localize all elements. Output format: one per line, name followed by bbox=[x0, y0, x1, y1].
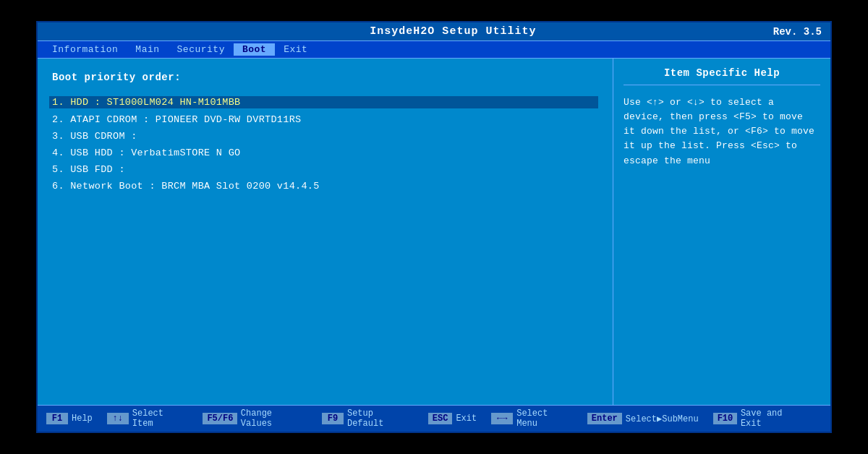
bios-screen: InsydeH2O Setup Utility Rev. 3.5 Informa… bbox=[36, 21, 832, 433]
footer-key-esc: ESC bbox=[428, 413, 453, 424]
title-bar: InsydeH2O Setup Utility Rev. 3.5 bbox=[38, 22, 830, 41]
footer-key-f10: F10 bbox=[713, 413, 737, 424]
footer-f1: F1 Help bbox=[46, 413, 93, 424]
boot-item-4[interactable]: 4. USB HDD : VerbatimSTORE N GO bbox=[52, 147, 598, 158]
menu-item-information[interactable]: Information bbox=[43, 43, 127, 56]
boot-item-5[interactable]: 5. USB FDD : bbox=[52, 164, 598, 175]
boot-item-1-text: 1. HDD : ST1000LM024 HN-M101MBB bbox=[52, 97, 240, 108]
footer-bar: F1 Help ↑↓ Select Item F5/F6 Change Valu… bbox=[38, 405, 830, 432]
footer-desc-select-item: Select Item bbox=[132, 408, 189, 429]
footer-desc-submenu: Select▶SubMenu bbox=[626, 414, 699, 424]
footer-key-f1: F1 bbox=[46, 413, 68, 424]
footer-enter: Enter Select▶SubMenu bbox=[587, 413, 699, 424]
footer-key-f9: F9 bbox=[322, 413, 344, 424]
bios-rev: Rev. 3.5 bbox=[773, 26, 822, 38]
footer-f5f6: F5/F6 Change Values bbox=[203, 408, 307, 429]
boot-item-1[interactable]: 1. HDD : ST1000LM024 HN-M101MBB bbox=[49, 96, 598, 108]
main-panel: Boot priority order: 1. HDD : ST1000LM02… bbox=[38, 59, 613, 405]
footer-desc-change-values: Change Values bbox=[241, 408, 307, 429]
footer-f10: F10 Save and Exit bbox=[713, 408, 807, 429]
footer-desc-exit: Exit bbox=[456, 414, 477, 424]
boot-item-3-text: 3. USB CDROM : bbox=[52, 131, 137, 142]
boot-item-6[interactable]: 6. Network Boot : BRCM MBA Slot 0200 v14… bbox=[52, 181, 598, 192]
side-panel-text: Use <↑> or <↓> to select a device, then … bbox=[624, 95, 820, 168]
menu-item-security[interactable]: Security bbox=[169, 43, 234, 56]
footer-key-f5f6: F5/F6 bbox=[203, 413, 237, 424]
footer-desc-setup-default: Setup Default bbox=[347, 408, 414, 429]
footer-arrows-lr: ←→ Select Menu bbox=[491, 408, 573, 429]
footer-esc: ESC Exit bbox=[428, 413, 477, 424]
boot-priority-label: Boot priority order: bbox=[52, 72, 598, 83]
footer-key-arrows-ud: ↑↓ bbox=[107, 413, 129, 424]
boot-item-2-text: 2. ATAPI CDROM : PIONEER DVD-RW DVRTD11R… bbox=[52, 114, 301, 125]
boot-item-2[interactable]: 2. ATAPI CDROM : PIONEER DVD-RW DVRTD11R… bbox=[52, 114, 598, 125]
footer-f9: F9 Setup Default bbox=[322, 408, 414, 429]
boot-item-4-text: 4. USB HDD : VerbatimSTORE N GO bbox=[52, 147, 240, 158]
bios-title: InsydeH2O Setup Utility bbox=[133, 25, 773, 38]
boot-item-5-text: 5. USB FDD : bbox=[52, 164, 125, 175]
footer-desc-help: Help bbox=[72, 414, 93, 424]
side-panel-title: Item Specific Help bbox=[624, 67, 820, 85]
footer-key-enter: Enter bbox=[587, 413, 622, 424]
content-area: Boot priority order: 1. HDD : ST1000LM02… bbox=[38, 59, 830, 405]
side-panel: Item Specific Help Use <↑> or <↓> to sel… bbox=[613, 59, 830, 405]
footer-desc-select-menu: Select Menu bbox=[516, 408, 573, 429]
footer-arrows-ud: ↑↓ Select Item bbox=[107, 408, 189, 429]
menu-item-boot[interactable]: Boot bbox=[234, 43, 275, 56]
menu-item-main[interactable]: Main bbox=[127, 43, 168, 56]
boot-list: 1. HDD : ST1000LM024 HN-M101MBB 2. ATAPI… bbox=[52, 96, 598, 192]
footer-desc-save-exit: Save and Exit bbox=[741, 408, 807, 429]
menu-bar: Information Main Security Boot Exit bbox=[38, 41, 830, 59]
menu-item-exit[interactable]: Exit bbox=[275, 43, 316, 56]
footer-key-arrows-lr: ←→ bbox=[491, 413, 513, 424]
boot-item-3[interactable]: 3. USB CDROM : bbox=[52, 131, 598, 142]
boot-item-6-text: 6. Network Boot : BRCM MBA Slot 0200 v14… bbox=[52, 181, 320, 192]
